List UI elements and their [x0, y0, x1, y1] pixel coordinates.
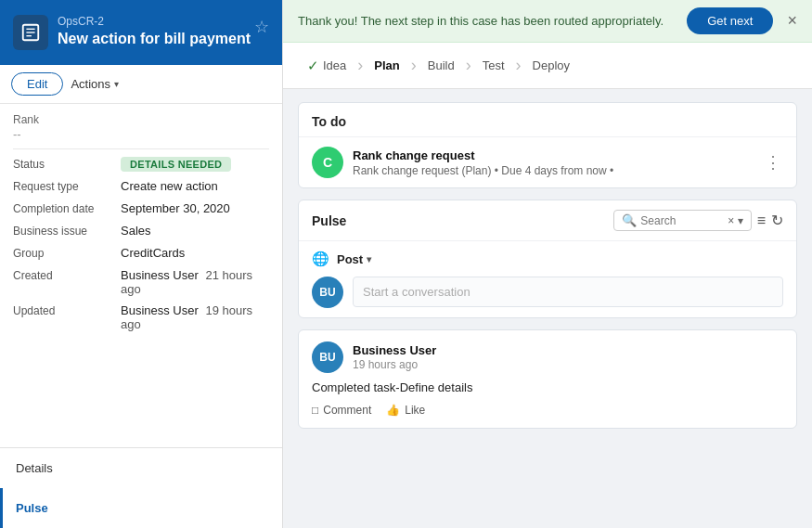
current-user-avatar: BU [312, 277, 343, 308]
updated-value: Business User 19 hours ago [121, 303, 269, 331]
refresh-icon[interactable]: ↻ [771, 212, 783, 229]
status-row: Status DETAILS NEEDED [13, 157, 269, 172]
case-fields: Rank -- Status DETAILS NEEDED Request ty… [0, 104, 282, 447]
task-body: Rank change request Rank change request … [353, 148, 755, 177]
pulse-title: Pulse [312, 213, 346, 228]
actions-button[interactable]: Actions ▾ [71, 77, 119, 91]
pulse-actions: 🔍 × ▾ ≡ ↻ [613, 210, 783, 231]
comment-time: 19 hours ago [353, 358, 436, 371]
created-value: Business User 21 hours ago [121, 268, 269, 296]
case-toolbar: Edit Actions ▾ [0, 65, 282, 104]
completion-date-value: September 30, 2020 [121, 201, 230, 215]
request-type-row: Request type Create new action [13, 179, 269, 194]
step-separator-4: › [516, 56, 522, 75]
right-panel: Thank you! The next step in this case ha… [283, 0, 812, 528]
step-idea[interactable]: ✓ Idea [298, 43, 355, 88]
completion-date-row: Completion date September 30, 2020 [13, 201, 269, 216]
actions-chevron-icon: ▾ [114, 79, 119, 89]
completion-date-label: Completion date [13, 201, 115, 215]
todo-card: To do C Rank change request Rank change … [298, 102, 797, 188]
commenter-avatar: BU [312, 341, 343, 373]
task-avatar: C [312, 147, 343, 178]
created-user[interactable]: Business User [121, 268, 199, 282]
globe-icon: 🌐 [312, 251, 329, 267]
comment-header: BU Business User 19 hours ago [312, 341, 783, 373]
comment-card: BU Business User 19 hours ago Completed … [298, 329, 797, 429]
comment-label: Comment [323, 404, 371, 417]
step-build-label: Build [428, 58, 455, 72]
steps-bar: ✓ Idea › Plan › Build › Test › Deploy [283, 43, 812, 89]
step-plan-label: Plan [374, 58, 399, 72]
step-plan[interactable]: Plan [365, 43, 408, 88]
edit-button[interactable]: Edit [11, 72, 63, 96]
task-item: C Rank change request Rank change reques… [299, 136, 796, 187]
case-icon [13, 15, 48, 50]
conversation-row: BU Start a conversation [312, 277, 783, 308]
updated-row: Updated Business User 19 hours ago [13, 303, 269, 331]
group-value: CreditCards [121, 246, 185, 260]
step-test[interactable]: Test [473, 43, 514, 88]
step-deploy-label: Deploy [533, 58, 570, 72]
updated-user[interactable]: Business User [121, 303, 199, 317]
business-issue-value: Sales [121, 224, 151, 238]
group-label: Group [13, 246, 115, 260]
step-idea-label: Idea [323, 58, 346, 72]
search-clear-button[interactable]: × ▾ [728, 214, 742, 227]
step-separator-2: › [411, 56, 417, 75]
nav-details[interactable]: Details [0, 448, 282, 488]
filter-icon[interactable]: ≡ [757, 212, 766, 229]
step-deploy[interactable]: Deploy [523, 43, 579, 88]
nav-pulse[interactable]: Pulse [0, 488, 282, 528]
left-panel: OpsCR-2 New action for bill payment ☆ Ed… [0, 0, 283, 528]
todo-title: To do [299, 103, 796, 136]
status-badge: DETAILS NEEDED [121, 157, 231, 172]
rank-field: Rank -- [13, 113, 269, 141]
conversation-input[interactable]: Start a conversation [353, 277, 783, 307]
search-icon: 🔍 [622, 213, 637, 227]
status-label: Status [13, 157, 115, 171]
notification-text: Thank you! The next step in this case ha… [298, 14, 664, 28]
business-issue-label: Business issue [13, 224, 115, 238]
checkmark-icon: ✓ [307, 58, 319, 74]
task-sub: Rank change request (Plan) • Due 4 days … [353, 164, 755, 177]
case-title: New action for bill payment [58, 30, 251, 49]
commenter-info: Business User 19 hours ago [353, 343, 436, 371]
get-next-button[interactable]: Get next [687, 7, 773, 34]
created-label: Created [13, 268, 115, 282]
task-menu-button[interactable]: ⋮ [765, 152, 783, 173]
post-row: 🌐 Post ▾ [312, 251, 783, 267]
like-label: Like [405, 404, 425, 417]
left-nav: Details Pulse [0, 447, 282, 528]
created-row: Created Business User 21 hours ago [13, 268, 269, 296]
business-issue-row: Business issue Sales [13, 224, 269, 238]
step-separator-3: › [466, 56, 471, 75]
rank-value: -- [13, 127, 269, 141]
like-icon: 👍 [386, 404, 400, 417]
like-button[interactable]: 👍 Like [386, 404, 425, 417]
pulse-card: Pulse 🔍 × ▾ ≡ ↻ 🌐 [298, 200, 797, 318]
step-separator: › [357, 56, 363, 75]
comment-actions: □ Comment 👍 Like [312, 404, 783, 417]
post-button[interactable]: Post ▾ [337, 252, 371, 266]
post-label: Post [337, 252, 363, 266]
case-id: OpsCR-2 [58, 15, 251, 28]
close-notification-button[interactable]: × [787, 11, 797, 31]
step-test-label: Test [483, 58, 505, 72]
step-build[interactable]: Build [419, 43, 464, 88]
updated-label: Updated [13, 303, 115, 317]
request-type-value: Create new action [121, 179, 218, 193]
comment-button[interactable]: □ Comment [312, 404, 371, 417]
search-input[interactable] [640, 214, 724, 227]
pulse-body: 🌐 Post ▾ BU Start a conversation [299, 240, 796, 317]
comment-text: Completed task-Define details [312, 380, 783, 394]
post-chevron-icon: ▾ [367, 254, 371, 264]
notification-bar: Thank you! The next step in this case ha… [283, 0, 812, 43]
case-header: OpsCR-2 New action for bill payment ☆ [0, 0, 282, 65]
commenter-name: Business User [353, 343, 436, 357]
star-icon[interactable]: ☆ [254, 17, 269, 37]
group-row: Group CreditCards [13, 246, 269, 261]
search-box: 🔍 × ▾ [613, 210, 751, 231]
task-title: Rank change request [353, 148, 755, 162]
comment-icon: □ [312, 404, 318, 417]
request-type-label: Request type [13, 179, 115, 193]
